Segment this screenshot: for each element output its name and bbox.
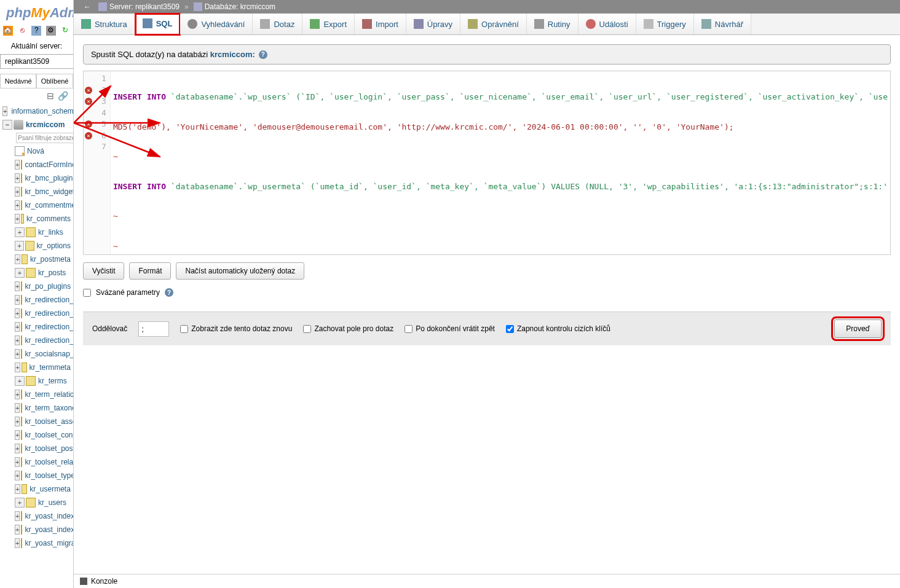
table-filter-input[interactable] xyxy=(16,133,73,143)
link-icon[interactable]: 🔗 xyxy=(58,91,68,101)
delimiter-input[interactable] xyxy=(138,321,169,337)
table-item[interactable]: +kr_redirection_logs xyxy=(12,334,73,347)
error-marker-icon[interactable]: × xyxy=(85,87,92,94)
expand-icon[interactable]: + xyxy=(15,444,20,453)
expand-icon[interactable]: + xyxy=(15,281,20,291)
error-marker-icon[interactable]: × xyxy=(85,98,92,105)
expand-icon[interactable]: + xyxy=(15,376,25,386)
table-item[interactable]: +kr_yoast_migrations xyxy=(12,536,73,550)
rollback-checkbox[interactable] xyxy=(405,325,412,333)
table-item[interactable]: +kr_comments xyxy=(12,212,73,225)
table-item[interactable]: +kr_links xyxy=(12,225,73,239)
show-again-checkbox[interactable] xyxy=(180,325,188,333)
expand-icon[interactable]: + xyxy=(15,187,20,197)
tab-search[interactable]: Vyhledávání xyxy=(180,14,253,34)
tab-sql[interactable]: SQL xyxy=(135,14,181,35)
table-item[interactable]: +kr_redirection_items xyxy=(12,320,73,334)
table-item[interactable]: +kr_po_plugins xyxy=(12,280,73,293)
docs-icon[interactable]: ? xyxy=(31,26,41,36)
expand-icon[interactable]: + xyxy=(15,335,20,345)
table-item[interactable]: +kr_options xyxy=(12,239,73,253)
table-item[interactable]: +kr_term_relationships xyxy=(12,388,73,401)
clear-button[interactable]: Vyčistit xyxy=(83,262,125,280)
logo[interactable]: phpMyAdmin xyxy=(0,0,73,23)
table-item[interactable]: +kr_bmc_plugin xyxy=(12,171,73,185)
table-item[interactable]: +kr_termmeta xyxy=(12,361,73,374)
table-item[interactable]: +kr_toolset_relationships xyxy=(12,455,73,469)
nav-collapse-icon[interactable]: ← xyxy=(84,2,91,11)
table-item[interactable]: +kr_toolset_type_sets xyxy=(12,469,73,482)
db-information-schema[interactable]: + information_schema xyxy=(0,104,73,118)
expand-icon[interactable]: + xyxy=(15,484,20,494)
expand-icon[interactable]: + xyxy=(15,430,20,440)
expand-icon[interactable]: + xyxy=(15,511,20,521)
expand-icon[interactable]: + xyxy=(15,363,20,372)
fk-check-checkbox[interactable] xyxy=(506,325,514,333)
table-item[interactable]: +kr_users xyxy=(12,496,73,509)
tab-events[interactable]: Události xyxy=(578,14,636,34)
new-table[interactable]: Nová xyxy=(12,144,73,158)
tab-routines[interactable]: Rutiny xyxy=(527,14,578,34)
breadcrumb-server[interactable]: Server: replikant3509 xyxy=(109,2,180,11)
table-item[interactable]: +kr_postmeta xyxy=(12,253,73,266)
table-item[interactable]: +kr_posts xyxy=(12,266,73,280)
table-item[interactable]: +kr_redirection_404 xyxy=(12,293,73,307)
help-icon[interactable]: ? xyxy=(165,288,173,297)
retain-box-checkbox[interactable] xyxy=(303,325,311,333)
expand-icon[interactable]: + xyxy=(15,403,20,413)
expand-icon[interactable]: + xyxy=(15,268,25,278)
expand-icon[interactable]: + xyxy=(15,390,20,399)
server-select[interactable]: replikant3509 xyxy=(0,54,74,69)
expand-icon[interactable]: + xyxy=(15,241,24,251)
expand-icon[interactable]: + xyxy=(15,200,20,210)
tab-import[interactable]: Import xyxy=(355,14,406,34)
expand-icon[interactable]: + xyxy=(15,173,20,183)
expand-icon[interactable]: + xyxy=(15,214,20,224)
console-bar[interactable]: Konzole xyxy=(74,574,900,588)
tab-operations[interactable]: Úpravy xyxy=(406,14,460,34)
expand-icon[interactable]: + xyxy=(15,227,25,237)
help-icon[interactable]: ? xyxy=(259,50,267,59)
expand-icon[interactable]: + xyxy=(15,471,20,480)
expand-icon[interactable]: + xyxy=(15,308,20,318)
error-marker-icon[interactable]: × xyxy=(85,120,92,128)
tab-export[interactable]: Export xyxy=(302,14,355,34)
tab-recent[interactable]: Nedávné xyxy=(0,74,36,88)
expand-icon[interactable]: + xyxy=(15,525,20,535)
collapse-icon[interactable]: − xyxy=(2,120,12,130)
table-item[interactable]: +kr_yoast_indexable_hierar xyxy=(12,523,73,536)
table-item[interactable]: +kr_redirection_groups xyxy=(12,307,73,320)
expand-icon[interactable]: + xyxy=(15,538,20,548)
expand-icon[interactable]: + xyxy=(15,417,20,426)
execute-button[interactable]: Proveď xyxy=(834,319,882,338)
error-marker-icon[interactable]: × xyxy=(85,132,92,139)
table-item[interactable]: +kr_term_taxonomy xyxy=(12,401,73,415)
collapse-all-icon[interactable]: ⊟ xyxy=(47,91,54,101)
table-item[interactable]: +kr_yoast_indexable xyxy=(12,509,73,523)
expand-icon[interactable]: + xyxy=(15,498,25,508)
table-item[interactable]: +kr_usermeta xyxy=(12,482,73,496)
table-item[interactable]: +kr_socialsnap_stats xyxy=(12,347,73,361)
table-item[interactable]: +kr_toolset_post_guid_id xyxy=(12,442,73,455)
expand-icon[interactable]: + xyxy=(15,457,20,467)
tab-triggers[interactable]: Triggery xyxy=(636,14,694,34)
table-item[interactable]: +kr_toolset_connected_elem xyxy=(12,428,73,442)
expand-icon[interactable]: + xyxy=(15,160,20,170)
table-item[interactable]: +kr_bmc_widget_plugin xyxy=(12,185,73,198)
expand-icon[interactable]: + xyxy=(15,254,20,264)
expand-icon[interactable]: + xyxy=(15,349,20,359)
db-krcmiccom[interactable]: − krcmiccom xyxy=(0,118,73,131)
tab-privileges[interactable]: Oprávnění xyxy=(460,14,527,34)
load-autosaved-button[interactable]: Načíst automaticky uložený dotaz xyxy=(176,262,304,280)
settings-icon[interactable]: ⚙ xyxy=(46,26,56,36)
tab-designer[interactable]: Návrhář xyxy=(694,14,751,34)
table-item[interactable]: +contactFormIncrement xyxy=(12,158,73,171)
sql-editor[interactable]: 1 ×2 ×3 4 ×5 ×6 7 INSERT INTO `databasen… xyxy=(83,71,891,255)
code-area[interactable]: INSERT INTO `databasename`.`wp_users` (`… xyxy=(111,71,890,254)
reload-icon[interactable]: ↻ xyxy=(60,26,70,36)
expand-icon[interactable]: + xyxy=(15,295,20,305)
tab-query[interactable]: Dotaz xyxy=(253,14,302,34)
expand-icon[interactable]: + xyxy=(2,106,7,116)
breadcrumb-database[interactable]: Databáze: krcmiccom xyxy=(205,2,275,11)
expand-icon[interactable]: + xyxy=(15,322,20,332)
